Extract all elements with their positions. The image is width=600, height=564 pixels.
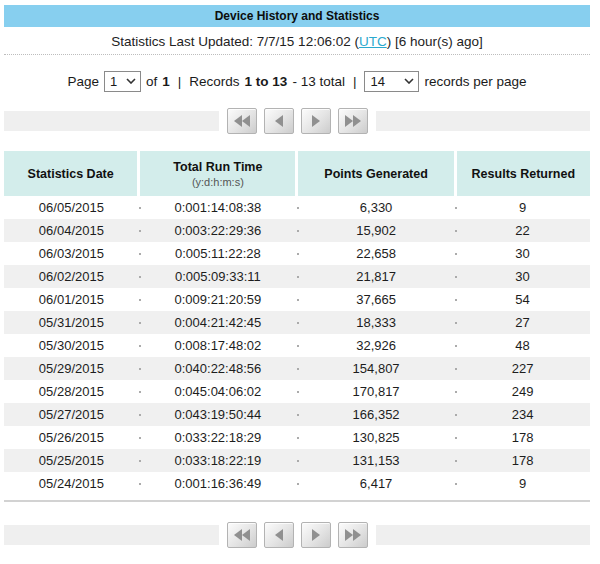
chevron-down-icon [404,78,414,84]
table-row: 05/26/2015 0:033:22:18:29 130,825 178 [4,426,590,449]
table-row: 06/04/2015 0:003:22:29:36 15,902 22 [4,219,590,242]
cell-points-generated: 166,352 [297,403,455,426]
cell-results-returned: 178 [455,426,590,449]
cell-statistics-date: 05/31/2015 [4,311,139,334]
cell-statistics-date: 05/27/2015 [4,403,139,426]
cell-results-returned: 48 [455,334,590,357]
double-arrow-left-icon [233,114,251,128]
table-row: 05/31/2015 0:004:21:42:45 18,333 27 [4,311,590,334]
first-page-button[interactable] [227,108,257,134]
table-row: 05/27/2015 0:043:19:50:44 166,352 234 [4,403,590,426]
cell-points-generated: 130,825 [297,426,455,449]
next-page-button[interactable] [301,108,331,134]
page-title-text: Device History and Statistics [215,9,380,23]
utc-link[interactable]: UTC [359,34,387,49]
per-page-select[interactable]: 14 [364,71,419,92]
cell-points-generated: 170,817 [297,380,455,403]
table-header-row: Statistics Date Total Run Time (y:d:h:m:… [4,151,590,196]
arrow-right-icon [310,114,322,128]
cell-results-returned: 54 [455,288,590,311]
table-row: 05/24/2015 0:001:16:36:49 6,417 9 [4,472,590,495]
cell-points-generated: 131,153 [297,449,455,472]
cell-statistics-date: 06/05/2015 [4,196,139,219]
cell-total-run-time: 0:033:18:22:19 [139,449,297,472]
previous-page-button[interactable] [264,108,294,134]
table-bottom-divider [4,500,590,502]
separator-pipe: | [353,74,357,89]
arrow-left-icon [273,528,285,542]
last-page-button[interactable] [338,522,368,548]
cell-points-generated: 18,333 [297,311,455,334]
table-row: 06/03/2015 0:005:11:22:28 22,658 30 [4,242,590,265]
cell-statistics-date: 05/28/2015 [4,380,139,403]
cell-points-generated: 37,665 [297,288,455,311]
cell-results-returned: 30 [455,242,590,265]
cell-results-returned: 227 [455,357,590,380]
cell-statistics-date: 06/03/2015 [4,242,139,265]
previous-page-button[interactable] [264,522,294,548]
column-header-statistics-date: Statistics Date [4,151,139,196]
per-page-label: records per page [424,74,526,89]
cell-total-run-time: 0:033:22:18:29 [139,426,297,449]
page-select-value: 1 [110,74,117,89]
column-header-total-run-time: Total Run Time (y:d:h:m:s) [139,151,297,196]
pager-side-bar [4,525,219,545]
cell-total-run-time: 0:009:21:20:59 [139,288,297,311]
pager-buttons [227,108,368,134]
cell-points-generated: 6,417 [297,472,455,495]
column-header-label: Points Generated [298,167,453,181]
cell-points-generated: 154,807 [297,357,455,380]
cell-total-run-time: 0:045:04:06:02 [139,380,297,403]
table-row: 05/29/2015 0:040:22:48:56 154,807 227 [4,357,590,380]
pager-top [4,108,590,134]
cell-points-generated: 15,902 [297,219,455,242]
cell-statistics-date: 05/30/2015 [4,334,139,357]
next-page-button[interactable] [301,522,331,548]
cell-results-returned: 22 [455,219,590,242]
column-header-label: Statistics Date [4,167,137,181]
cell-statistics-date: 05/24/2015 [4,472,139,495]
cell-total-run-time: 0:001:16:36:49 [139,472,297,495]
cell-results-returned: 249 [455,380,590,403]
pagination-controls: Page 1 of 1 | Records 1 to 13 - 13 total… [4,70,590,92]
first-page-button[interactable] [227,522,257,548]
table-body: 06/05/2015 0:001:14:08:38 6,330 9 06/04/… [4,196,590,495]
last-page-button[interactable] [338,108,368,134]
cell-results-returned: 9 [455,472,590,495]
records-label: Records [189,74,239,89]
per-page-select-value: 14 [370,74,384,89]
of-label: of [146,74,157,89]
arrow-right-icon [310,528,322,542]
chevron-down-icon [126,78,136,84]
cell-total-run-time: 0:040:22:48:56 [139,357,297,380]
page-label: Page [68,74,100,89]
column-header-sublabel: (y:d:h:m:s) [140,176,295,188]
cell-results-returned: 27 [455,311,590,334]
cell-total-run-time: 0:001:14:08:38 [139,196,297,219]
cell-results-returned: 9 [455,196,590,219]
last-updated-text: Statistics Last Updated: 7/7/15 12:06:02… [111,34,359,49]
statistics-table: Statistics Date Total Run Time (y:d:h:m:… [4,151,590,495]
page-select[interactable]: 1 [104,71,141,92]
records-range: 1 to 13 [245,74,288,89]
pager-buttons [227,522,368,548]
double-arrow-right-icon [344,528,362,542]
cell-results-returned: 234 [455,403,590,426]
column-header-points-generated: Points Generated [297,151,455,196]
cell-total-run-time: 0:003:22:29:36 [139,219,297,242]
column-header-label: Total Run Time [140,160,295,174]
cell-points-generated: 32,926 [297,334,455,357]
records-total: - 13 total [292,74,345,89]
cell-total-run-time: 0:005:09:33:11 [139,265,297,288]
cell-results-returned: 30 [455,265,590,288]
cell-statistics-date: 06/02/2015 [4,265,139,288]
cell-points-generated: 6,330 [297,196,455,219]
last-updated-suffix: ) [6 hour(s) ago] [387,34,483,49]
cell-total-run-time: 0:005:11:22:28 [139,242,297,265]
cell-statistics-date: 05/25/2015 [4,449,139,472]
cell-statistics-date: 05/29/2015 [4,357,139,380]
cell-points-generated: 21,817 [297,265,455,288]
cell-results-returned: 178 [455,449,590,472]
pager-side-bar [4,111,219,131]
double-arrow-right-icon [344,114,362,128]
